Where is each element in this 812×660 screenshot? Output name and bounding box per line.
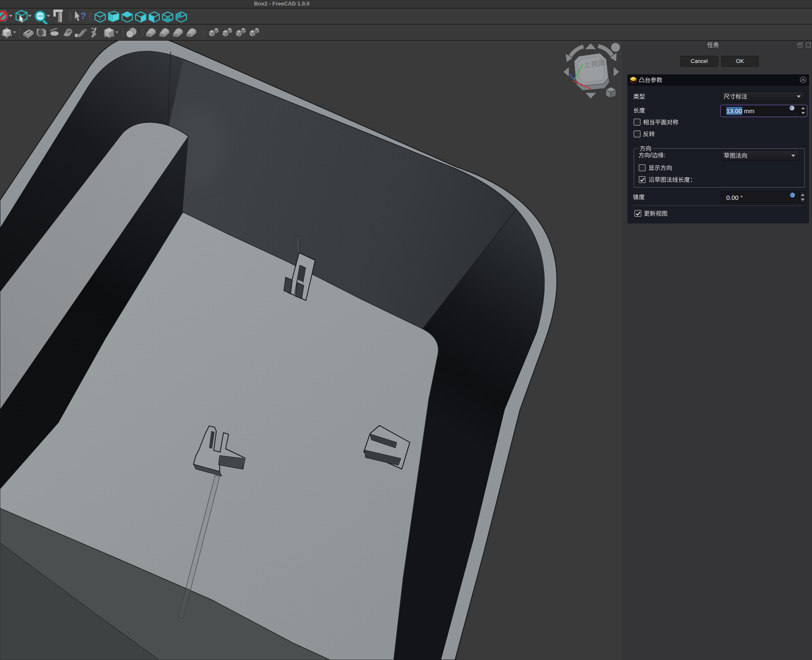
svg-text:?: ? — [80, 11, 86, 21]
svg-text:fx: fx — [790, 106, 793, 109]
svg-text:fx: fx — [791, 194, 793, 196]
